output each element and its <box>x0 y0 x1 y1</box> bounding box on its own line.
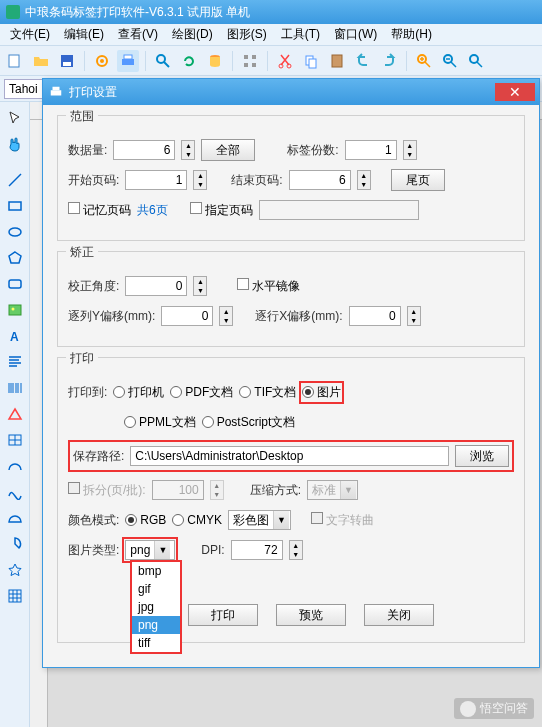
mirror-checkbox[interactable]: 水平镜像 <box>237 278 300 295</box>
window-title: 中琅条码标签打印软件-V6.3.1 试用版 单机 <box>25 4 250 21</box>
menu-shape[interactable]: 图形(S) <box>221 24 273 45</box>
radio-cmyk[interactable]: CMYK <box>172 513 222 527</box>
data-qty-input[interactable] <box>113 140 175 160</box>
end-page-spinner[interactable]: ▲▼ <box>357 170 371 190</box>
radio-tif[interactable]: TIF文档 <box>239 384 296 401</box>
end-page-input[interactable] <box>289 170 351 190</box>
triangle-tool[interactable] <box>3 402 27 426</box>
radio-ppml[interactable]: PPML文档 <box>124 414 196 431</box>
dropdown-item-png[interactable]: png <box>132 616 180 634</box>
range-legend: 范围 <box>66 108 98 125</box>
browse-button[interactable]: 浏览 <box>455 445 509 467</box>
preview-button[interactable]: 预览 <box>276 604 346 626</box>
menu-edit[interactable]: 编辑(E) <box>58 24 110 45</box>
open-button[interactable] <box>30 50 52 72</box>
dpi-spinner[interactable]: ▲▼ <box>289 540 303 560</box>
dialog-titlebar[interactable]: 打印设置 ✕ <box>43 79 539 105</box>
remember-page-checkbox[interactable]: 记忆页码 <box>68 202 131 219</box>
ellipse-tool[interactable] <box>3 220 27 244</box>
copies-input[interactable] <box>345 140 397 160</box>
dpi-input[interactable] <box>231 540 283 560</box>
start-page-input[interactable] <box>125 170 187 190</box>
image-tool[interactable] <box>3 298 27 322</box>
adjust-group: 矫正 校正角度: ▲▼ 水平镜像 逐列Y偏移(mm): ▲▼ 逐行X偏移(mm)… <box>57 251 525 347</box>
refresh-button[interactable] <box>178 50 200 72</box>
barcode-tool[interactable] <box>3 376 27 400</box>
cut-button[interactable] <box>274 50 296 72</box>
redo-button[interactable] <box>378 50 400 72</box>
new-button[interactable] <box>4 50 26 72</box>
col-offset-input[interactable] <box>161 306 213 326</box>
color-mode-label: 颜色模式: <box>68 512 119 529</box>
row-offset-input[interactable] <box>349 306 401 326</box>
main-toolbar <box>0 46 542 76</box>
data-qty-spinner[interactable]: ▲▼ <box>181 140 195 160</box>
chord-tool[interactable] <box>3 506 27 530</box>
color-depth-select[interactable]: 彩色图▼ <box>228 510 291 530</box>
zoom-out-button[interactable] <box>439 50 461 72</box>
menu-tool[interactable]: 工具(T) <box>275 24 326 45</box>
print-action-button[interactable]: 打印 <box>188 604 258 626</box>
angle-input[interactable] <box>125 276 187 296</box>
angle-label: 校正角度: <box>68 278 119 295</box>
undo-button[interactable] <box>352 50 374 72</box>
line-tool[interactable] <box>3 168 27 192</box>
image-type-select[interactable]: png▼ <box>125 540 175 560</box>
dialog-close-button[interactable]: ✕ <box>495 83 535 101</box>
dropdown-item-jpg[interactable]: jpg <box>132 598 180 616</box>
dropdown-item-tiff[interactable]: tiff <box>132 634 180 652</box>
text-tool[interactable]: A <box>3 324 27 348</box>
angle-spinner[interactable]: ▲▼ <box>193 276 207 296</box>
start-page-spinner[interactable]: ▲▼ <box>193 170 207 190</box>
svg-rect-28 <box>9 590 21 602</box>
zoom-in-button[interactable] <box>413 50 435 72</box>
zoom-fit-button[interactable] <box>465 50 487 72</box>
specify-page-checkbox[interactable]: 指定页码 <box>190 202 253 219</box>
col-offset-spinner[interactable]: ▲▼ <box>219 306 233 326</box>
table-tool[interactable] <box>3 428 27 452</box>
hand-tool[interactable] <box>3 132 27 156</box>
toolbar-separator <box>267 51 268 71</box>
image-type-dropdown[interactable]: bmp gif jpg png tiff <box>130 560 182 654</box>
print-button[interactable] <box>117 50 139 72</box>
radio-postscript[interactable]: PostScript文档 <box>202 414 296 431</box>
rounded-rect-tool[interactable] <box>3 272 27 296</box>
star-tool[interactable] <box>3 558 27 582</box>
save-path-input[interactable] <box>130 446 449 466</box>
paste-button[interactable] <box>326 50 348 72</box>
total-pages-link[interactable]: 共6页 <box>137 202 168 219</box>
pointer-tool[interactable] <box>3 106 27 130</box>
close-button[interactable]: 关闭 <box>364 604 434 626</box>
curve-tool[interactable] <box>3 480 27 504</box>
dropdown-item-bmp[interactable]: bmp <box>132 562 180 580</box>
dpi-label: DPI: <box>201 543 224 557</box>
grid-tool[interactable] <box>3 584 27 608</box>
rect-tool[interactable] <box>3 194 27 218</box>
radio-rgb[interactable]: RGB <box>125 513 166 527</box>
menu-view[interactable]: 查看(V) <box>112 24 164 45</box>
menu-file[interactable]: 文件(E) <box>4 24 56 45</box>
print-settings-dialog: 打印设置 ✕ 范围 数据量: ▲▼ 全部 标签份数: ▲▼ 开始页码: ▲▼ <box>42 78 540 668</box>
zoom-button[interactable] <box>152 50 174 72</box>
radio-printer[interactable]: 打印机 <box>113 384 164 401</box>
radio-image[interactable]: 图片 <box>302 385 341 399</box>
dropdown-item-gif[interactable]: gif <box>132 580 180 598</box>
arc-tool[interactable] <box>3 454 27 478</box>
copy-button[interactable] <box>300 50 322 72</box>
row-offset-spinner[interactable]: ▲▼ <box>407 306 421 326</box>
richtext-tool[interactable] <box>3 350 27 374</box>
database-button[interactable] <box>204 50 226 72</box>
copies-spinner[interactable]: ▲▼ <box>403 140 417 160</box>
pie-tool[interactable] <box>3 532 27 556</box>
menu-help[interactable]: 帮助(H) <box>385 24 438 45</box>
grid-button[interactable] <box>239 50 261 72</box>
menu-draw[interactable]: 绘图(D) <box>166 24 219 45</box>
all-button[interactable]: 全部 <box>201 139 255 161</box>
radio-pdf[interactable]: PDF文档 <box>170 384 233 401</box>
polygon-tool[interactable] <box>3 246 27 270</box>
menu-window[interactable]: 窗口(W) <box>328 24 383 45</box>
last-page-button[interactable]: 尾页 <box>391 169 445 191</box>
save-button[interactable] <box>56 50 78 72</box>
svg-rect-2 <box>63 62 71 66</box>
settings-button[interactable] <box>91 50 113 72</box>
